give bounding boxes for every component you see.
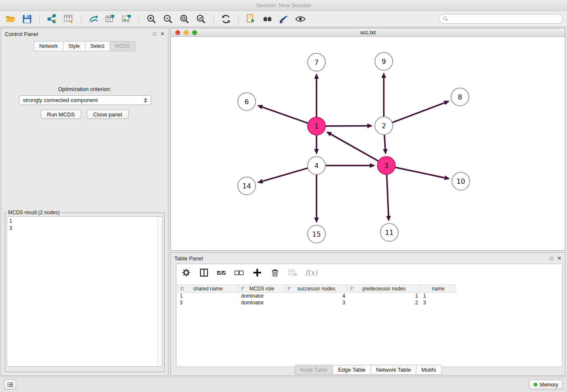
column-header-name[interactable]: name [421,284,456,293]
column-label: predecessor nodes [362,286,405,292]
graph-edge-3-10[interactable] [395,167,445,178]
search-box[interactable] [439,14,563,24]
table-panel-title: Table Panel [174,255,203,262]
graph-edge-arrow [444,101,450,105]
close-panel-icon[interactable]: ✕ [160,31,165,37]
mcds-result-item: 3 [9,225,160,232]
graph-edge-2-3[interactable] [384,135,385,149]
graph-edge-3-1[interactable] [331,134,379,161]
cell-name[interactable]: 1 [421,293,456,299]
table-row[interactable]: 1 dominator 4 1 1 [177,293,561,299]
zoom-out-icon[interactable] [162,13,174,25]
close-window-icon[interactable]: ✕ [175,30,180,35]
graph-node-label: 7 [314,58,319,66]
cell-shared-name[interactable]: 3 [177,299,239,306]
graph-edge-1-6[interactable] [262,107,308,123]
mcds-result-group: MCDS result (2 nodes) 1 3 [5,210,165,372]
cell-successor-nodes[interactable]: 4 [285,293,348,299]
sort-icon[interactable] [180,287,184,293]
apply-style-icon[interactable] [278,13,290,25]
toolbar-separator [238,14,239,24]
table-row[interactable]: 3 dominator 3 2 3 [177,299,561,306]
graph-edge-arrow [314,149,319,155]
tab-network[interactable]: Network [34,41,63,51]
memory-button[interactable]: Memory [529,380,563,389]
graph-edge-1-2[interactable] [325,126,367,126]
export-table-icon[interactable] [104,13,116,25]
float-panel-icon[interactable]: □ [550,255,553,261]
first-neighbors-icon[interactable] [261,13,274,25]
zoom-selected-icon[interactable] [195,13,207,25]
tab-select[interactable]: Select [85,41,110,51]
window-title: Session: New Session [256,2,311,8]
export-image-icon[interactable] [120,13,133,25]
table-settings-icon[interactable] [181,267,192,278]
mcds-result-item: 1 [9,218,160,225]
create-column-icon[interactable] [252,267,263,278]
tab-mcds[interactable]: MCDS [110,41,135,51]
select-all-icon[interactable] [216,267,227,278]
status-bar: Memory [0,377,567,392]
clone-network-icon[interactable] [245,13,257,25]
save-session-icon[interactable] [21,13,33,25]
graph-edge-3-11[interactable] [387,174,388,216]
run-mcds-button[interactable]: Run MCDS [41,110,81,119]
toolbar-separator [39,14,40,24]
float-panel-icon[interactable]: □ [153,31,156,37]
function-builder-icon: f(x) [305,268,317,277]
graph-edge-2-8[interactable] [392,103,445,123]
column-header-shared-name[interactable]: shared name [177,284,239,293]
tab-motifs[interactable]: Motifs [416,365,442,375]
refresh-layout-icon[interactable] [220,13,232,25]
toolbar-separator [213,14,214,24]
graph-edge-4-14[interactable] [262,168,308,181]
task-history-button[interactable] [4,380,16,389]
graph-edge-arrow [386,216,391,221]
close-panel-button[interactable]: Close panel [87,110,129,119]
column-header-mcds-role[interactable]: MCDS role [239,284,285,293]
graph-edge-arrow [367,124,373,128]
cell-predecessor-nodes[interactable]: 2 [348,299,421,306]
column-header-predecessor-nodes[interactable]: predecessor nodes [348,284,421,293]
cell-mcds-role[interactable]: dominator [239,299,285,306]
network-window-titlebar: ✕ − + scc.txt [171,28,565,37]
zoom-window-icon[interactable]: + [192,30,197,35]
table-panel: Table Panel □ ✕ [171,252,565,376]
close-panel-icon[interactable]: ✕ [557,255,561,261]
graph-node-label: 4 [314,162,319,170]
export-network-icon[interactable] [87,13,100,25]
column-header-successor-nodes[interactable]: successor nodes [285,284,348,293]
search-input[interactable] [450,16,559,22]
cell-shared-name[interactable]: 1 [177,293,239,299]
delete-column-icon[interactable] [270,267,281,278]
zoom-fit-icon[interactable] [178,13,191,25]
sort-icon[interactable] [241,287,245,293]
cell-mcds-role[interactable]: dominator [239,293,285,299]
optimization-criterion-dropdown[interactable]: strongly connected component [19,95,151,105]
network-canvas[interactable]: 7968124314101511 [171,37,565,250]
tab-node-table[interactable]: Node Table [294,365,333,375]
import-table-icon[interactable] [62,13,75,25]
show-hide-icon[interactable] [294,13,307,25]
tab-network-table[interactable]: Network Table [371,365,416,375]
cell-name[interactable]: 3 [421,299,456,306]
import-network-icon[interactable] [46,13,58,25]
sort-icon[interactable] [350,287,355,293]
minimize-window-icon[interactable]: − [184,30,189,35]
unselect-all-icon[interactable] [234,267,245,278]
zoom-in-icon[interactable] [145,13,158,25]
show-columns-icon[interactable] [198,267,209,278]
result-scrollbar[interactable] [157,217,162,366]
sort-icon[interactable] [287,287,292,293]
graph-edge-arrow [257,105,263,109]
cell-successor-nodes[interactable]: 3 [285,299,348,306]
tab-style[interactable]: Style [63,41,85,51]
cell-predecessor-nodes[interactable]: 1 [348,293,421,299]
control-panel-tabs: Network Style Select MCDS [34,41,135,51]
toolbar-separator [139,14,139,24]
open-session-icon[interactable] [4,13,17,25]
graph-edge-arrow [382,72,386,78]
dropdown-arrows-icon [144,98,147,103]
mcds-result-list[interactable]: 1 3 [7,216,162,367]
tab-edge-table[interactable]: Edge Table [333,365,371,375]
